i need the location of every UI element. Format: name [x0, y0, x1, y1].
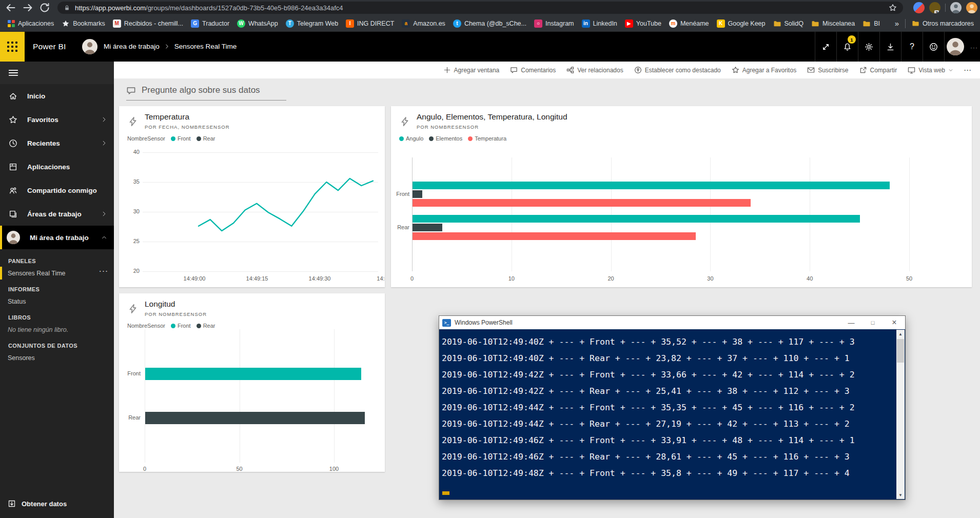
bookmark-star-icon[interactable]	[889, 4, 897, 12]
bookmarks-list: AplicacionesBookmarksMRecibidos - chemil…	[0, 19, 880, 28]
maximize-button[interactable]: □	[862, 316, 884, 329]
bookmark-item[interactable]: GTraductor	[191, 19, 229, 28]
chevron-right-icon	[164, 44, 170, 49]
fullscreen-button[interactable]	[815, 32, 836, 62]
other-bookmarks[interactable]: Otros marcadores	[912, 19, 974, 27]
toolbar-label: Agregar a Favoritos	[742, 67, 796, 74]
feedback-button[interactable]	[923, 32, 944, 62]
sidebar-item-inicio[interactable]: Inicio	[0, 84, 114, 108]
tile-longitud[interactable]: Longitud POR NOMBRESENSOR NombreSensorFr…	[119, 293, 385, 472]
sidebar-item-label: Inicio	[27, 92, 45, 100]
sidebar-item-favoritos[interactable]: Favoritos	[0, 108, 114, 131]
scrollbar[interactable]: ▲ ▼	[896, 330, 905, 499]
close-button[interactable]: ×	[884, 316, 905, 329]
scroll-up-icon[interactable]: ▲	[896, 330, 905, 338]
sidebar-item-label: Compartido conmigo	[27, 187, 97, 194]
tile-temperatura[interactable]: Temperatura POR FECHA, NOMBRESENSOR Nomb…	[119, 106, 385, 287]
bookmark-item[interactable]: KGoogle Keep	[717, 19, 766, 28]
minimize-button[interactable]: —	[840, 316, 862, 329]
bookmark-item[interactable]: Aplicaciones	[8, 20, 54, 27]
site-favicon: G	[191, 19, 199, 28]
toolbar-suscribirse[interactable]: Suscribirse	[807, 66, 848, 74]
user-avatar	[947, 38, 964, 55]
toolbar-vista-web[interactable]: Vista web	[908, 66, 953, 74]
get-data-button[interactable]: Obtener datos	[0, 495, 114, 512]
help-button[interactable]: ?	[901, 32, 923, 62]
bookmark-item[interactable]: SolidQ	[773, 19, 804, 28]
tile-angulo[interactable]: Angulo, Elementos, Temperatura, Longitud…	[391, 106, 972, 287]
bookmark-item[interactable]: TTelegram Web	[286, 19, 338, 28]
forward-icon[interactable]	[22, 2, 34, 14]
powershell-titlebar[interactable]: >_ Windows PowerShell — □ ×	[439, 316, 905, 329]
sidebar-item-sensores-real-time[interactable]: Sensores Real Time···	[0, 267, 114, 280]
bookmark-item[interactable]: mMenéame	[669, 19, 709, 28]
bookmark-item[interactable]: BI	[863, 19, 880, 28]
sidebar-item-status[interactable]: Status	[0, 295, 114, 308]
settings-button[interactable]	[858, 32, 879, 62]
more-icon[interactable]: ···	[100, 268, 109, 275]
section-header: CONJUNTOS DE DATOS	[0, 336, 114, 351]
workspace-avatar	[82, 39, 97, 54]
bookmark-item[interactable]: ○Instagram	[534, 19, 574, 28]
sidebar-item-sensores[interactable]: Sensores	[0, 351, 114, 364]
browser-avatar[interactable]	[950, 2, 962, 13]
breadcrumb-workspace[interactable]: Mi área de trabajo	[104, 43, 160, 50]
extension-icon[interactable]: 3	[929, 2, 940, 13]
bookmark-item[interactable]: WWhatsApp	[237, 19, 278, 28]
bookmark-item[interactable]: ▶YouTube	[625, 19, 661, 28]
toolbar-establecer-como-destacado[interactable]: Establecer como destacado	[634, 66, 721, 74]
toolbar-label: Vista web	[918, 67, 945, 74]
scroll-thumb[interactable]	[897, 339, 904, 363]
chevron-down-icon	[948, 68, 953, 73]
bookmark-item[interactable]: tChema (@db_sChe...	[453, 19, 526, 28]
profile-icon[interactable]	[966, 2, 977, 13]
download-button[interactable]	[879, 32, 901, 62]
powerbi-logo[interactable]: Power BI	[33, 42, 66, 51]
dashboard-toolbar: Agregar ventanaComentariosVer relacionad…	[114, 62, 980, 78]
x-tick-label: 100	[329, 466, 339, 472]
notifications-button[interactable]: 1	[836, 32, 858, 62]
reload-icon[interactable]	[38, 2, 51, 14]
extension-area: 3	[913, 0, 980, 15]
sidebar-item-aplicaciones[interactable]: Aplicaciones	[0, 155, 114, 178]
bookmark-label: ING DIRECT	[357, 20, 394, 27]
bookmark-item[interactable]: aAmazon.es	[402, 19, 445, 28]
bookmark-item[interactable]: MRecibidos - chemill...	[113, 19, 183, 28]
qa-input[interactable]: Pregunte algo sobre sus datos	[126, 85, 286, 101]
scroll-down-icon[interactable]: ▼	[896, 491, 905, 499]
powershell-window[interactable]: >_ Windows PowerShell — □ × 2019-06-10T1…	[439, 315, 906, 500]
toolbar-ver-relacionados[interactable]: Ver relacionados	[566, 66, 623, 74]
sidebar-item-recientes[interactable]: Recientes	[0, 131, 114, 155]
translate-extension-icon[interactable]	[913, 2, 925, 13]
line-series-front	[119, 106, 385, 287]
folder-icon	[863, 19, 871, 28]
category-axis	[412, 157, 413, 271]
app-launcher-button[interactable]	[0, 32, 25, 62]
site-favicon: m	[669, 19, 677, 28]
account-button[interactable]	[944, 32, 966, 62]
toolbar-compartir[interactable]: Compartir	[859, 66, 897, 74]
bookmark-item[interactable]: Bookmarks	[62, 19, 105, 28]
sidebar-toggle-button[interactable]	[0, 62, 114, 84]
divider	[905, 19, 906, 28]
bookmark-label: WhatsApp	[248, 20, 278, 27]
bar-elementos-front	[413, 190, 422, 198]
toolbar-agregar-a-favoritos[interactable]: Agregar a Favoritos	[732, 66, 796, 74]
bookmarks-overflow-icon[interactable]: »	[895, 19, 899, 28]
bookmark-label: YouTube	[636, 20, 661, 27]
sidebar-item-areas-de-trabajo[interactable]: Áreas de trabajo	[0, 202, 114, 226]
back-icon[interactable]	[5, 2, 17, 14]
bookmark-item[interactable]: inLinkedIn	[582, 19, 617, 28]
address-bar[interactable]: https://app.powerbi.com/groups/me/dashbo…	[57, 2, 903, 14]
header-more-icon[interactable]: ···	[970, 44, 978, 51]
sidebar-item-compartido-conmigo[interactable]: Compartido conmigo	[0, 178, 114, 202]
sidebar-item-mi-area-de-trabajo[interactable]: Mi área de trabajo	[0, 226, 114, 249]
toolbar-comentarios[interactable]: Comentarios	[510, 66, 556, 74]
item-label: Sensores	[8, 354, 35, 362]
bookmark-item[interactable]: IING DIRECT	[346, 19, 394, 28]
header-actions: 1 ?	[815, 32, 966, 62]
toolbar-agregar-ventana[interactable]: Agregar ventana	[443, 66, 500, 74]
bookmark-item[interactable]: Miscelanea	[811, 19, 855, 28]
toolbar-more-icon[interactable]: ···	[964, 67, 972, 74]
waffle-icon	[7, 42, 17, 52]
